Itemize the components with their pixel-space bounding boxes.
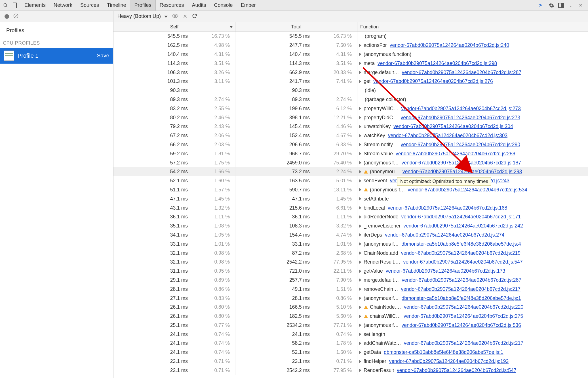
source-link[interactable]: vendor-67abd0b29075a124264ae0204b67cd2d.… xyxy=(403,259,522,265)
console-prompt-icon[interactable]: >_ xyxy=(539,2,545,9)
source-link[interactable]: vendor-67abd0b29075a124264ae0204b67cd2d.… xyxy=(402,70,521,76)
exclude-icon[interactable]: ✕ xyxy=(183,13,187,20)
source-link[interactable]: vendor-67abd0b29075a124264ae0204b67cd2d.… xyxy=(402,169,522,175)
tab-resources[interactable]: Resources xyxy=(156,0,188,11)
disclosure-triangle-icon[interactable] xyxy=(359,224,361,228)
source-link[interactable]: vendor-67abd0b29075a124264ae0204b67cd2d.… xyxy=(404,340,523,346)
source-link[interactable]: vendor-67abd0b29075a124264ae0204b67cd2d.… xyxy=(401,106,521,112)
disclosure-triangle-icon[interactable] xyxy=(359,80,361,83)
disclosure-triangle-icon[interactable] xyxy=(359,116,361,119)
disclosure-triangle-icon[interactable] xyxy=(359,306,361,309)
focus-icon[interactable] xyxy=(172,14,178,19)
tab-audits[interactable]: Audits xyxy=(188,0,210,11)
disclosure-triangle-icon[interactable] xyxy=(359,315,361,318)
table-row[interactable]: 140.4 ms4.31 %140.4 ms4.31 %(anonymous f… xyxy=(113,50,588,59)
disclosure-triangle-icon[interactable] xyxy=(359,351,361,354)
source-link[interactable]: vendor-67abd0b29075a124264ae0204b67cd2d.… xyxy=(401,286,520,292)
source-link[interactable]: dbmonster-ca5b10abb8e5fe6f48e38d206abe57… xyxy=(384,349,503,355)
source-link[interactable]: vendor-67abd0b29075a124264ae0204b67cd2d.… xyxy=(385,232,504,238)
table-row[interactable]: 90.3 ms90.3 ms(idle) xyxy=(113,86,588,95)
disclosure-triangle-icon[interactable] xyxy=(359,233,361,237)
source-link[interactable]: dbmonster-ca5b10abb8e5fe6f48e38d206abe57… xyxy=(402,295,521,301)
drawer-toggle-icon[interactable]: ⌵ xyxy=(568,2,574,9)
disclosure-triangle-icon[interactable] xyxy=(359,125,361,128)
source-link[interactable]: vendor-67abd0b29075a124264ae0204b67cd2d.… xyxy=(373,78,493,84)
col-function[interactable]: Function xyxy=(357,22,588,32)
source-link[interactable]: vendor-67abd0b29075a124264ae0204b67cd2d.… xyxy=(378,60,497,66)
disclosure-triangle-icon[interactable] xyxy=(359,242,361,246)
table-row[interactable]: 24.1 ms0.74 %24.1 ms0.74 %set length xyxy=(113,330,588,339)
disclosure-triangle-icon[interactable] xyxy=(359,323,361,327)
source-link[interactable]: vendor-67abd0b29075a124264ae0204b67cd2d.… xyxy=(390,42,509,48)
table-row[interactable]: 35.1 ms1.08 %108.3 ms3.32 %_removeListen… xyxy=(113,222,588,231)
source-link[interactable]: vendor-67abd0b29075a124264ae0204b67cd2d.… xyxy=(402,322,521,328)
disclosure-triangle-icon[interactable] xyxy=(359,71,361,74)
search-icon[interactable] xyxy=(2,2,9,9)
table-row[interactable]: 67.2 ms2.06 %152.4 ms4.67 %watchKeyvendo… xyxy=(113,131,588,140)
source-link[interactable]: vendor-67abd0b29075a124264ae0204b67cd2d.… xyxy=(386,268,505,274)
table-row[interactable]: 101.3 ms3.11 %241.7 ms7.41 %getvendor-67… xyxy=(113,77,588,86)
table-row[interactable]: 27.1 ms0.83 %28.1 ms0.86 %(anonymous f…d… xyxy=(113,294,588,303)
table-row[interactable]: 23.1 ms0.71 %2542.2 ms77.95 %RenderResul… xyxy=(113,366,588,375)
disclosure-triangle-icon[interactable] xyxy=(359,296,361,300)
col-total[interactable]: Total xyxy=(235,22,357,32)
source-link[interactable]: vendor-67abd0b29075a124264ae0204b67cd2d.… xyxy=(401,115,520,121)
disclosure-triangle-icon[interactable] xyxy=(359,260,361,264)
disclosure-triangle-icon[interactable] xyxy=(359,197,361,201)
source-link[interactable]: vendor-67abd0b29075a124264ae0204b67cd2d.… xyxy=(402,277,521,283)
disclosure-triangle-icon[interactable] xyxy=(359,188,361,191)
source-link[interactable]: vendor-67abd0b29075a124264ae0204b67cd2d.… xyxy=(401,142,520,148)
view-mode-dropdown[interactable]: Heavy (Bottom Up) xyxy=(117,13,168,19)
table-row[interactable]: 23.1 ms0.71 %23.1 ms0.71 %findHelpervend… xyxy=(113,357,588,366)
reload-icon[interactable] xyxy=(192,13,197,20)
table-row[interactable]: 54.2 ms1.66 %73.2 ms2.24 %(anonymou…vend… xyxy=(113,167,588,176)
clear-button[interactable] xyxy=(13,13,19,20)
table-row[interactable]: 106.3 ms3.26 %662.9 ms20.33 %merge.defau… xyxy=(113,68,588,77)
disclosure-triangle-icon[interactable] xyxy=(359,53,361,56)
disclosure-triangle-icon[interactable] xyxy=(359,360,361,363)
table-row[interactable]: 89.3 ms2.74 %89.3 ms2.74 %(garbage colle… xyxy=(113,95,588,104)
disclosure-triangle-icon[interactable] xyxy=(359,206,361,210)
table-row[interactable]: 114.3 ms3.51 %114.3 ms3.51 %metavendor-6… xyxy=(113,59,588,68)
table-row[interactable]: 83.2 ms2.55 %199.6 ms6.12 %propertyWillC… xyxy=(113,104,588,113)
tab-sources[interactable]: Sources xyxy=(76,0,103,11)
table-row[interactable]: 34.1 ms1.05 %154.4 ms4.74 %iterDepsvendo… xyxy=(113,231,588,240)
source-link[interactable]: vendor-67abd0b29075a124264ae0204b67cd2d.… xyxy=(404,313,523,319)
disclosure-triangle-icon[interactable] xyxy=(359,342,361,345)
source-link[interactable]: vendor-67abd0b29075a124264ae0204b67cd2d.… xyxy=(396,151,515,157)
disclosure-triangle-icon[interactable] xyxy=(359,134,361,137)
disclosure-triangle-icon[interactable] xyxy=(359,215,361,219)
disclosure-triangle-icon[interactable] xyxy=(359,369,361,372)
source-link[interactable]: vendor-67abd0b29075a124264ae0204b67cd2d.… xyxy=(402,160,521,166)
tab-ember[interactable]: Ember xyxy=(237,0,260,11)
source-link[interactable]: vendor-67abd0b29075a124264ae0204b67cd2d.… xyxy=(388,205,507,211)
table-row[interactable]: 52.1 ms1.60 %163.5 ms5.01 %sendEventvend… xyxy=(113,176,588,185)
table-row[interactable]: 32.1 ms0.98 %2542.2 ms77.95 %RenderResul… xyxy=(113,258,588,267)
disclosure-triangle-icon[interactable] xyxy=(359,170,361,174)
source-link[interactable]: vendor-67abd0b29075a124264ae0204b67cd2d.… xyxy=(401,214,521,220)
tab-profiles[interactable]: Profiles xyxy=(130,0,155,11)
table-row[interactable]: 33.1 ms1.01 %33.1 ms1.01 %(anonymous f…d… xyxy=(113,239,588,248)
table-row[interactable]: 80.2 ms2.46 %398.1 ms12.21 %propertyDidC… xyxy=(113,113,588,122)
disclosure-triangle-icon[interactable] xyxy=(359,179,361,183)
table-row[interactable]: 24.1 ms0.74 %58.2 ms1.78 %addChainWatc…v… xyxy=(113,339,588,348)
table-row[interactable]: 32.1 ms0.98 %87.2 ms2.68 %ChainNode.addv… xyxy=(113,248,588,258)
tab-timeline[interactable]: Timeline xyxy=(103,0,130,11)
table-row[interactable]: 162.5 ms4.98 %247.7 ms7.60 %actionsForve… xyxy=(113,41,588,50)
table-row[interactable]: 25.1 ms0.77 %2534.2 ms77.71 %(anonymous … xyxy=(113,321,588,330)
disclosure-triangle-icon[interactable] xyxy=(359,161,361,164)
table-row[interactable]: 57.2 ms1.75 %2459.0 ms75.40 %(anonymous … xyxy=(113,158,588,167)
source-link[interactable]: vendor-67abd0b29075a124264ae0204b67cd2d.… xyxy=(389,358,509,364)
tab-elements[interactable]: Elements xyxy=(20,0,50,11)
source-link[interactable]: vendor-67abd0b29075a124264ae0204b67cd2d.… xyxy=(408,187,527,193)
disclosure-triangle-icon[interactable] xyxy=(359,62,361,65)
table-row[interactable]: 36.1 ms1.11 %36.1 ms1.11 %didRenderNodev… xyxy=(113,212,588,222)
source-link[interactable]: vendor-67abd0b29075a124264ae0204b67cd2d.… xyxy=(388,133,507,139)
device-icon[interactable] xyxy=(11,2,18,9)
disclosure-triangle-icon[interactable] xyxy=(359,251,361,255)
table-row[interactable]: 545.5 ms16.73 %545.5 ms16.73 %(program) xyxy=(113,32,588,41)
source-link[interactable]: vendor-67abd0b29075a124264ae0204b67cd2d.… xyxy=(393,124,513,130)
table-row[interactable]: 26.1 ms0.80 %182.5 ms5.60 %chainsWillC…v… xyxy=(113,312,588,321)
sidebar-item-profile[interactable]: Profile 1 Save xyxy=(0,48,113,64)
disclosure-triangle-icon[interactable] xyxy=(359,152,361,155)
